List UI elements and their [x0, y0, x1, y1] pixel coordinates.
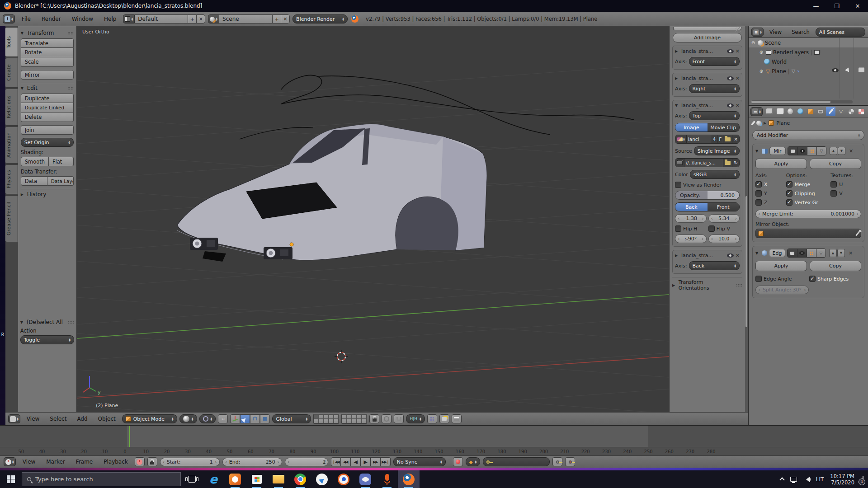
vp-menu-object[interactable]: Object [94, 416, 120, 422]
tl-menu-view[interactable]: View [19, 459, 39, 465]
language-indicator[interactable]: LIT [816, 476, 824, 483]
browse-file-icon[interactable] [723, 159, 732, 167]
outliner-menu-search[interactable]: Search [788, 29, 814, 35]
layer-cell[interactable] [324, 419, 329, 423]
view-as-render-checkbox[interactable] [675, 182, 681, 188]
opengl-render-image-icon[interactable] [439, 414, 449, 423]
layer-cell[interactable] [314, 419, 319, 423]
opacity-slider[interactable]: Opacity:0.500 [675, 191, 740, 200]
image-browse-icon[interactable] [675, 135, 686, 143]
tab-render-layers-icon[interactable] [775, 107, 785, 116]
layers-grid-2[interactable] [341, 414, 367, 424]
task-view-button[interactable] [181, 470, 203, 488]
next-keyframe-button[interactable]: ▶▶ [371, 457, 381, 466]
editor-type-3dview-icon[interactable] [8, 414, 20, 423]
offset-y-field[interactable]: 5.34 [708, 214, 740, 223]
prev-keyframe-button[interactable]: ◀◀ [341, 457, 351, 466]
manipulator-translate-button[interactable] [240, 414, 250, 423]
collapse-icon[interactable]: ▼ [675, 103, 679, 108]
scene-name[interactable]: Scene [219, 14, 273, 23]
move-up-icon[interactable]: ▲ [830, 147, 837, 155]
layer-cell[interactable] [352, 419, 357, 423]
filepath-field[interactable]: //..\lancia_s... [684, 159, 723, 167]
tab-scene-icon[interactable] [785, 107, 795, 116]
tab-physics[interactable]: Physics [5, 164, 18, 194]
image-users-count[interactable]: 4 [711, 135, 717, 143]
rotation-field[interactable]: :-90° [675, 235, 707, 243]
current-frame-field[interactable]: 2 [285, 458, 328, 466]
draw-back-button[interactable]: Back [675, 203, 708, 211]
layer-cell[interactable] [362, 419, 367, 423]
delete-modifier-icon[interactable]: ✕ [849, 250, 853, 256]
hidden-icons-chevron[interactable] [779, 477, 784, 482]
panel-grip[interactable] [67, 32, 74, 35]
collapse-icon[interactable]: ▼ [755, 149, 760, 153]
editor-type-timeline-icon[interactable] [4, 457, 16, 466]
editor-type-outliner-icon[interactable]: ≡ [751, 28, 764, 37]
pin-icon[interactable] [751, 121, 755, 126]
panel-edit-header[interactable]: ▼Edit [21, 85, 74, 91]
reload-icon[interactable]: ↻ [732, 159, 739, 167]
timeline-ruler[interactable]: -50-40-30-20-100102030405060708090100110… [0, 447, 868, 455]
layer-cell[interactable] [314, 414, 319, 419]
active-keying-set-field[interactable] [483, 457, 550, 466]
view-toggle-icon[interactable] [797, 249, 807, 257]
flip-h-checkbox[interactable] [675, 225, 681, 232]
size-field[interactable]: 10.0 [708, 235, 740, 243]
maximize-button[interactable]: ❒ [826, 0, 847, 12]
volume-icon[interactable] [803, 477, 810, 482]
editor-type-properties-icon[interactable]: ☰ [750, 107, 763, 116]
shading-dropdown[interactable] [179, 414, 197, 423]
tab-texture-icon[interactable] [857, 107, 867, 116]
delete-button[interactable]: Delete [21, 113, 74, 122]
end-frame-field[interactable]: End:250 [222, 458, 282, 466]
tab-world-icon[interactable] [795, 107, 805, 116]
render-engine-selector[interactable]: Blender Render [292, 14, 348, 23]
taskbar-blender-icon[interactable] [398, 470, 420, 488]
offset-x-field[interactable]: -1.38 [675, 214, 707, 223]
screen-layout-icon[interactable] [123, 14, 135, 23]
image-name-field[interactable]: lanci [686, 135, 711, 143]
vp-menu-add[interactable]: Add [73, 416, 91, 422]
editmode-toggle-icon[interactable] [807, 249, 816, 257]
view-toggle-icon[interactable] [797, 147, 807, 155]
expand-icon[interactable]: ▶ [675, 49, 679, 53]
layer-cell[interactable] [329, 414, 334, 419]
texture-u-checkbox[interactable] [830, 181, 837, 188]
texture-v-checkbox[interactable] [830, 190, 837, 197]
timeline-track[interactable]: -50-40-30-20-100102030405060708090100110… [0, 426, 868, 455]
draw-front-button[interactable]: Front [708, 203, 740, 211]
tl-menu-frame[interactable]: Frame [72, 459, 97, 465]
fake-user-button[interactable]: F [717, 135, 723, 143]
taskbar-media-player-icon[interactable] [224, 470, 246, 488]
screen-layout-name[interactable]: Default [135, 14, 188, 23]
move-up-icon[interactable]: ▲ [829, 249, 837, 257]
menu-render[interactable]: Render [38, 16, 65, 22]
visibility-eye-icon[interactable] [832, 68, 839, 72]
axis-dropdown[interactable]: Top [689, 111, 740, 120]
eye-icon[interactable] [727, 103, 734, 108]
outliner-filter-dropdown[interactable]: All Scenes [816, 28, 865, 37]
tab-create[interactable]: Create [5, 58, 18, 88]
taskbar-file-explorer-icon[interactable] [268, 470, 289, 488]
viewport-scrollbar[interactable] [745, 26, 748, 412]
axis-dropdown[interactable]: Front [689, 57, 740, 66]
scale-button[interactable]: Scale [21, 57, 74, 67]
opengl-render-anim-icon[interactable] [452, 414, 462, 423]
apply-button[interactable]: Apply [755, 159, 807, 169]
shade-smooth-button[interactable]: Smooth [21, 157, 49, 166]
tab-tools[interactable]: Tools [5, 27, 18, 57]
merge-limit-field[interactable]: Merge Limit:0.001000 [755, 210, 861, 218]
deselect-all-header[interactable]: ▼(De)select All [20, 319, 74, 325]
tab-modifiers-icon[interactable] [826, 107, 836, 116]
snap-magnet-icon[interactable] [394, 414, 404, 423]
image-pack-icon[interactable] [675, 159, 684, 167]
copy-button[interactable]: Copy [810, 159, 861, 169]
manipulator-axes-icon[interactable] [230, 414, 240, 423]
taskbar-app-circle-1-icon[interactable] [311, 470, 333, 488]
layer-cell[interactable] [357, 414, 362, 419]
edge-angle-checkbox[interactable] [755, 276, 762, 282]
expand-icon[interactable]: ▶ [675, 253, 679, 258]
unlink-image-icon[interactable]: ✕ [732, 135, 739, 143]
expand-icon[interactable]: ▶ [675, 76, 679, 80]
